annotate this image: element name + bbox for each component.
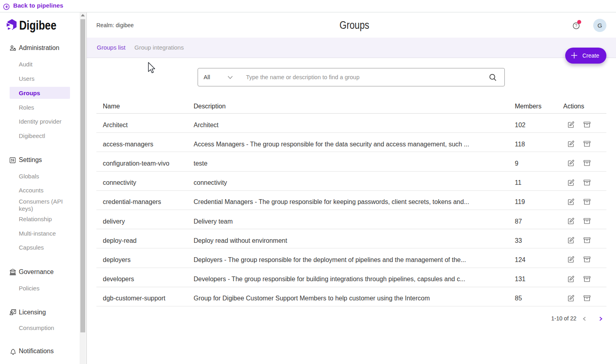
svg-text:?: ? <box>575 23 578 28</box>
svg-text:Digibee: Digibee <box>19 18 56 32</box>
